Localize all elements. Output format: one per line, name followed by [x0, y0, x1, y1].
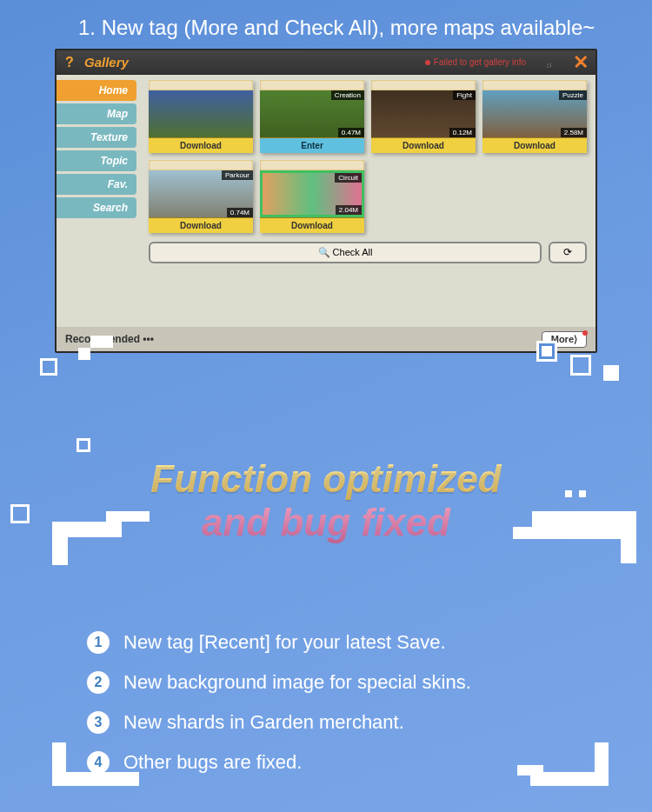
help-icon[interactable]: ?	[62, 55, 77, 70]
bracket-decoration	[517, 765, 543, 775]
sidebar-item-home[interactable]: Home	[57, 80, 136, 101]
pixel-decoration	[570, 355, 591, 376]
card-thumbnail: Parkour0.74M	[149, 170, 253, 217]
card-title-blur	[149, 80, 253, 90]
sidebar-item-texture[interactable]: Texture	[57, 127, 136, 148]
card-size: 0.47M	[338, 128, 364, 137]
card-action-button[interactable]: Download	[149, 137, 253, 153]
card-thumbnail: Puzzle2.58M	[482, 90, 587, 137]
map-card: Puzzle2.58MDownload	[482, 80, 587, 153]
card-title-blur	[482, 80, 587, 90]
recommended-bar: Recommended ••• More⟩	[57, 327, 595, 351]
map-card: Creation0.47MEnter	[260, 80, 364, 153]
card-tag: Creation	[331, 90, 364, 100]
bullet-text: New background image for special skins.	[123, 671, 471, 694]
card-size: 2.04M	[336, 205, 362, 215]
card-size: 0.12M	[449, 128, 476, 137]
heading-line1: Function optimized	[0, 457, 652, 501]
bullet-number: 3	[87, 711, 110, 734]
sidebar-item-search[interactable]: Search	[57, 197, 136, 218]
sidebar-item-topic[interactable]: Topic	[57, 150, 136, 171]
map-card: Download	[149, 80, 253, 153]
card-action-button[interactable]: Download	[482, 137, 587, 153]
card-size: 0.74M	[227, 208, 253, 217]
map-card: Parkour0.74MDownload	[149, 160, 253, 233]
sidebar-item-map[interactable]: Map	[57, 103, 136, 124]
bullet-text: New tag [Recent] for your latest Save.	[123, 631, 446, 654]
pixel-decoration	[78, 348, 90, 360]
map-card: Circuit2.04MDownload	[260, 160, 364, 233]
changelog-list: 1New tag [Recent] for your latest Save.2…	[87, 622, 565, 782]
card-title-blur	[149, 160, 253, 170]
bullet-number: 1	[87, 631, 110, 654]
card-title-blur	[371, 80, 476, 90]
bracket-decoration	[106, 511, 150, 522]
card-tag: Circuit	[335, 173, 362, 183]
card-thumbnail	[149, 90, 253, 137]
card-thumbnail: Creation0.47M	[260, 90, 364, 137]
sidebar: HomeMapTextureTopicFav.Search	[57, 75, 140, 327]
pixel-decoration	[603, 365, 619, 381]
pixel-decoration	[40, 358, 57, 376]
card-tag: Puzzle	[559, 90, 587, 100]
card-grid: DownloadCreation0.47MEnterFight0.12MDown…	[149, 80, 587, 233]
bracket-decoration	[52, 742, 66, 786]
card-action-button[interactable]: Download	[371, 137, 476, 153]
pixel-decoration	[77, 438, 90, 452]
sidebar-item-fav[interactable]: Fav.	[57, 174, 136, 195]
bracket-decoration	[52, 522, 68, 565]
card-action-button[interactable]: Download	[149, 217, 253, 233]
card-action-button[interactable]: Enter	[260, 137, 364, 153]
card-action-button[interactable]: Download	[260, 217, 364, 233]
pixel-decoration	[10, 504, 30, 523]
refresh-button[interactable]: ⟳	[549, 242, 587, 263]
changelog-item: 4Other bugs are fixed.	[87, 742, 565, 782]
bullet-number: 4	[87, 751, 110, 774]
bracket-decoration	[621, 511, 636, 563]
status-text: Failed to get gallery info	[425, 57, 526, 67]
check-all-button[interactable]: 🔍 Check All	[149, 242, 542, 263]
pixel-decoration	[539, 343, 555, 359]
pixel-decoration	[565, 490, 572, 497]
bullet-text: New shards in Garden merchant.	[123, 711, 404, 734]
card-size: 2.58M	[561, 128, 587, 137]
card-title-blur	[260, 80, 364, 90]
bullet-text: Other bugs are fixed.	[123, 751, 302, 774]
changelog-item: 2New background image for special skins.	[87, 662, 565, 702]
card-thumbnail: Circuit2.04M	[260, 170, 364, 217]
gallery-window: ? Gallery Failed to get gallery info ⟓ ✕…	[55, 49, 597, 353]
pixel-decoration	[90, 336, 113, 348]
card-tag: Parkour	[222, 170, 253, 180]
changelog-item: 1New tag [Recent] for your latest Save.	[87, 622, 565, 662]
close-icon[interactable]: ✕	[571, 53, 590, 72]
bracket-decoration	[595, 742, 609, 786]
pixel-decoration	[579, 490, 586, 497]
map-card: Fight0.12MDownload	[371, 80, 476, 153]
rss-icon[interactable]: ⟓	[545, 56, 552, 70]
card-title-blur	[260, 160, 364, 170]
caption-text: 1. New tag (More and Check All), more ma…	[0, 0, 652, 49]
titlebar: ? Gallery Failed to get gallery info ⟓ ✕	[57, 50, 595, 75]
window-title: Gallery	[84, 55, 129, 70]
card-thumbnail: Fight0.12M	[371, 90, 476, 137]
bracket-decoration	[513, 527, 548, 539]
bullet-number: 2	[87, 671, 110, 694]
changelog-item: 3New shards in Garden merchant.	[87, 702, 565, 742]
card-tag: Fight	[453, 90, 476, 100]
